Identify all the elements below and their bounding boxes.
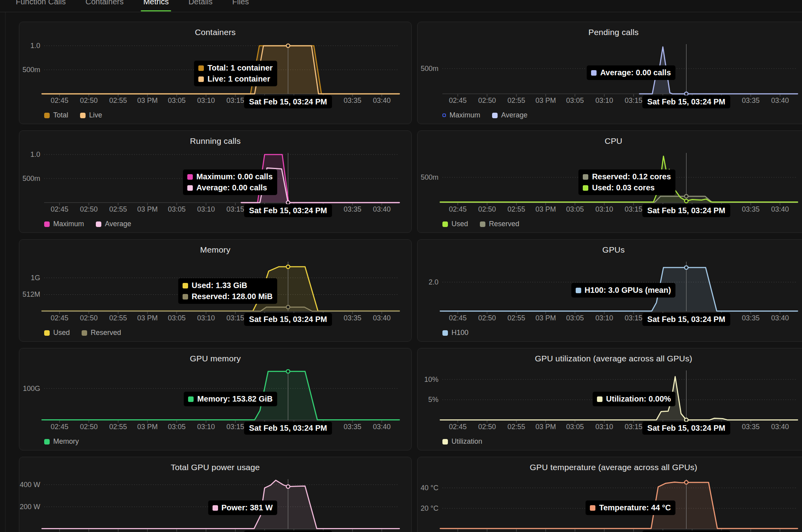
chart-panel-gpus: GPUs2.002:4502:5002:5503 PM03:0503:1003:…	[417, 239, 802, 342]
chart-legend-gpu-utilization: Utilization	[442, 437, 482, 446]
y-axis-label: 10%	[424, 376, 438, 383]
chart-panel-memory: Memory1G512M02:4502:5002:5503 PM03:0503:…	[19, 239, 412, 342]
memory-swatch-icon	[188, 396, 194, 402]
time-tooltip: Sat Feb 15, 03:24 PM	[642, 422, 731, 435]
x-axis-label: 03:10	[595, 423, 613, 431]
x-axis-label: 03:05	[566, 97, 584, 104]
chart-row: GPU memory100G02:4502:5002:5503 PM03:050…	[19, 348, 802, 450]
legend-label: Total	[53, 111, 68, 119]
maximum-legend-swatch-icon	[442, 113, 446, 117]
chart-legend-cpu: UsedReserved	[442, 220, 519, 228]
legend-item-memory[interactable]: Memory	[44, 437, 79, 446]
tab-files[interactable]: Files	[232, 0, 249, 9]
tooltip-text: Average: 0.00 calls	[196, 183, 267, 192]
chart-title-gpu-temperature: GPU temperature (average across all GPUs…	[418, 463, 802, 472]
x-axis-label: 03:15	[226, 205, 244, 213]
legend-item-average[interactable]: Average	[96, 220, 131, 228]
y-axis-label: 200 W	[20, 503, 40, 511]
legend-item-maximum[interactable]: Maximum	[442, 111, 480, 119]
tab-label: Details	[188, 0, 213, 6]
value-tooltip: H100: 3.0 GPUs (mean)	[571, 283, 675, 298]
legend-item-reserved[interactable]: Reserved	[82, 329, 121, 337]
used-legend-swatch-icon	[44, 330, 50, 336]
used-swatch-icon	[183, 283, 188, 288]
legend-item-h100[interactable]: H100	[442, 329, 468, 337]
x-axis-label: 03:35	[343, 423, 361, 431]
total-swatch-icon	[198, 65, 204, 71]
average-legend-swatch-icon	[96, 221, 101, 227]
x-axis-label: 03:10	[197, 205, 215, 213]
tab-containers[interactable]: Containers	[86, 0, 124, 9]
x-axis-label: 03:05	[168, 314, 186, 322]
x-axis-label: 03:10	[595, 205, 613, 213]
chart-panel-running-calls: Running calls1.0500m02:4502:5002:5503 PM…	[19, 130, 412, 233]
legend-label: Utilization	[451, 437, 482, 446]
active-tab-underline	[141, 10, 171, 11]
power-swatch-icon	[213, 505, 218, 511]
y-axis-label: 500m	[421, 65, 438, 73]
x-axis-label: 03 PM	[137, 97, 158, 104]
value-tooltip: Power: 381 W	[208, 500, 277, 515]
legend-item-used[interactable]: Used	[442, 220, 468, 228]
x-axis-label: 03:40	[373, 97, 391, 104]
x-axis-label: 03:05	[168, 423, 186, 431]
tooltip-text: Utilization: 0.00%	[606, 394, 671, 404]
tooltip-text: Live: 1 container	[207, 74, 270, 84]
legend-item-utilization[interactable]: Utilization	[442, 437, 482, 446]
tab-function-calls[interactable]: Function Calls	[16, 0, 66, 9]
x-axis-label: 03:15	[625, 97, 642, 104]
tooltip-text: Used: 1.33 GiB	[192, 281, 247, 290]
legend-label: Used	[53, 329, 70, 337]
legend-label: Average	[105, 220, 131, 228]
legend-item-total[interactable]: Total	[44, 111, 68, 119]
tab-label: Metrics	[143, 0, 168, 6]
time-tooltip: Sat Feb 15, 03:24 PM	[244, 530, 332, 532]
value-tooltip: Average: 0.00 calls	[587, 65, 675, 80]
tab-metrics[interactable]: Metrics	[143, 0, 168, 9]
y-axis-label: 500m	[22, 175, 40, 182]
x-axis-label: 03:35	[343, 314, 361, 322]
value-tooltip: Maximum: 0.00 callsAverage: 0.00 calls	[183, 169, 277, 195]
tooltip-text: H100: 3.0 GPUs (mean)	[585, 286, 671, 295]
average-legend-swatch-icon	[492, 113, 498, 118]
tooltip-text: Reserved: 128.00 MiB	[192, 292, 273, 301]
chart-title-gpu-memory: GPU memory	[19, 354, 411, 363]
y-axis-label: 100G	[23, 385, 40, 392]
x-axis-label: 03:35	[742, 314, 759, 322]
x-axis-label: 03:05	[566, 314, 584, 322]
live-legend-swatch-icon	[80, 113, 86, 118]
chart-panel-total-gpu-power-usage: Total GPU power usage400 W200 W02:4502:5…	[19, 457, 412, 532]
time-tooltip: Sat Feb 15, 03:24 PM	[244, 204, 332, 217]
cursor-marker	[684, 266, 688, 269]
legend-item-reserved[interactable]: Reserved	[480, 220, 519, 228]
reserved-legend-swatch-icon	[480, 221, 485, 227]
x-axis-label: 03 PM	[137, 423, 158, 431]
legend-label: Used	[451, 220, 468, 228]
time-tooltip: Sat Feb 15, 03:24 PM	[642, 313, 731, 326]
utilization-legend-swatch-icon	[442, 439, 448, 445]
tooltip-text: Power: 381 W	[222, 503, 273, 512]
utilization-swatch-icon	[597, 396, 602, 402]
x-axis-label: 02:45	[449, 423, 466, 431]
average-swatch-icon	[187, 185, 193, 191]
legend-item-maximum[interactable]: Maximum	[44, 220, 84, 228]
memory-legend-swatch-icon	[44, 439, 50, 445]
legend-item-average[interactable]: Average	[492, 111, 528, 119]
cursor-marker	[684, 195, 688, 198]
x-axis-label: 03 PM	[535, 205, 556, 213]
legend-item-live[interactable]: Live	[80, 111, 102, 119]
chart-title-containers: Containers	[19, 28, 411, 37]
y-axis-label: 1.0	[30, 42, 40, 50]
cursor-marker	[684, 418, 688, 422]
chart-legend-containers: TotalLive	[44, 111, 102, 119]
x-axis-label: 02:45	[449, 97, 466, 104]
x-axis-label: 02:45	[50, 97, 68, 104]
x-axis-label: 02:55	[109, 423, 127, 431]
y-axis-label: 2.0	[429, 278, 438, 286]
x-axis-label: 02:50	[80, 97, 98, 104]
tab-details[interactable]: Details	[188, 0, 213, 9]
y-axis-label: 512M	[22, 290, 40, 298]
legend-item-used[interactable]: Used	[44, 329, 70, 337]
x-axis-label: 03:10	[197, 97, 215, 104]
chart-panel-containers: Containers1.0500m02:4502:5002:5503 PM03:…	[19, 22, 412, 124]
